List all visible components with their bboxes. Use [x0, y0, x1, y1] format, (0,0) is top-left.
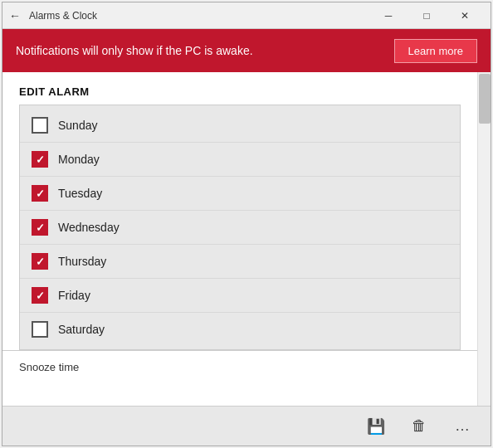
title-bar: ← Alarms & Clock ─ □ ✕	[2, 2, 491, 29]
learn-more-button[interactable]: Learn more	[394, 39, 477, 63]
checkbox-sunday[interactable]	[32, 117, 48, 134]
scrollbar[interactable]	[477, 72, 491, 406]
day-item[interactable]: Saturday	[20, 313, 460, 346]
more-button[interactable]: …	[447, 411, 477, 441]
scrollbar-thumb[interactable]	[479, 74, 491, 124]
day-label-tuesday: Tuesday	[58, 187, 102, 200]
maximize-button[interactable]: □	[408, 2, 446, 29]
checkbox-saturday[interactable]	[32, 321, 48, 338]
day-item[interactable]: Tuesday	[20, 177, 460, 211]
edit-alarm-section: EDIT ALARM SundayMondayTuesdayWednesdayT…	[2, 72, 477, 350]
delete-button[interactable]: 🗑	[404, 411, 434, 441]
day-label-thursday: Thursday	[58, 255, 106, 268]
day-item[interactable]: Friday	[20, 279, 460, 313]
scroll-area: EDIT ALARM SundayMondayTuesdayWednesdayT…	[2, 72, 477, 406]
day-item[interactable]: Wednesday	[20, 211, 460, 245]
snooze-section: Snooze time	[2, 350, 477, 383]
save-button[interactable]: 💾	[361, 411, 391, 441]
day-label-friday: Friday	[58, 289, 90, 302]
app-window: ← Alarms & Clock ─ □ ✕ Notifications wil…	[2, 2, 491, 446]
day-item[interactable]: Sunday	[20, 109, 460, 143]
day-label-wednesday: Wednesday	[58, 221, 120, 234]
main-content: EDIT ALARM SundayMondayTuesdayWednesdayT…	[2, 72, 491, 406]
snooze-label: Snooze time	[19, 361, 79, 373]
day-label-monday: Monday	[58, 153, 100, 166]
day-item[interactable]: Monday	[20, 143, 460, 177]
checkbox-monday[interactable]	[32, 151, 48, 168]
edit-alarm-title: EDIT ALARM	[19, 85, 461, 98]
close-button[interactable]: ✕	[446, 2, 484, 29]
day-label-saturday: Saturday	[58, 323, 105, 336]
checkbox-wednesday[interactable]	[32, 219, 48, 236]
window-controls: ─ □ ✕	[369, 2, 484, 29]
notification-bar: Notifications will only show if the PC i…	[2, 29, 491, 72]
day-label-sunday: Sunday	[58, 119, 97, 132]
days-list: SundayMondayTuesdayWednesdayThursdayFrid…	[19, 105, 461, 350]
checkbox-tuesday[interactable]	[32, 185, 48, 202]
bottom-toolbar: 💾 🗑 …	[2, 406, 491, 446]
notification-text: Notifications will only show if the PC i…	[16, 44, 394, 57]
back-button[interactable]: ←	[9, 9, 21, 22]
day-item[interactable]: Thursday	[20, 245, 460, 279]
checkbox-thursday[interactable]	[32, 253, 48, 270]
checkbox-friday[interactable]	[32, 287, 48, 304]
minimize-button[interactable]: ─	[369, 2, 408, 29]
app-title: Alarms & Clock	[29, 10, 369, 22]
